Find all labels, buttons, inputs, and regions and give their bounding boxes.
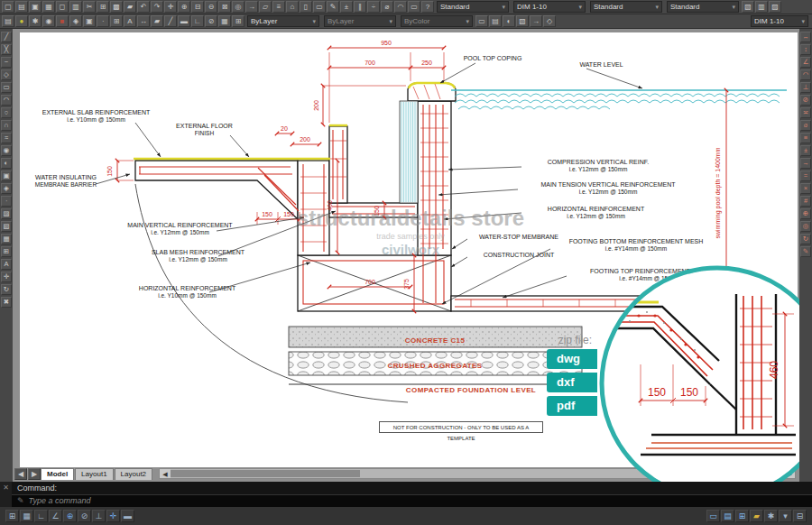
block-make-icon[interactable]: ◈	[1, 183, 12, 194]
dim-tolerance-icon[interactable]: #	[800, 196, 811, 207]
circle-icon[interactable]: ○	[1, 107, 12, 118]
help-icon[interactable]: ?	[421, 1, 434, 13]
rectangle-icon[interactable]: ▭	[1, 82, 12, 93]
command-window[interactable]: ✕ Command: ✎ Type a command	[0, 482, 812, 507]
clean-screen-icon[interactable]: ⊟	[793, 510, 807, 522]
dim-style-dropdown[interactable]: DIM 1-10 ▾	[513, 1, 586, 13]
draw-line-icon[interactable]: ╱	[1, 32, 12, 42]
construction-line-icon[interactable]: ╳	[1, 44, 12, 55]
zoom-previous-icon[interactable]: ⊖	[205, 1, 217, 13]
dim-update-icon[interactable]: ↻	[800, 234, 811, 244]
table-style-dropdown[interactable]: Standard ▾	[590, 1, 662, 13]
dim-radius-icon[interactable]: ⊘	[800, 95, 811, 106]
zoom-realtime-icon[interactable]: ⊕	[178, 1, 190, 13]
zoom-extents-icon[interactable]: ⊠	[218, 1, 231, 13]
dim-style-dropdown-right[interactable]: DIM 1-10 ▾	[751, 15, 808, 27]
plot-preview-icon[interactable]: ◻	[56, 1, 69, 13]
snap-toggle-icon[interactable]: ⊞	[232, 15, 245, 27]
sheet-view-icon[interactable]: ▤	[489, 15, 502, 27]
zoom-window-icon[interactable]: ⊟	[191, 1, 204, 13]
annotation-visibility-icon[interactable]: ▰	[750, 510, 763, 522]
layer-color-chip-icon[interactable]: ■	[56, 15, 69, 27]
cut-icon[interactable]: ✂	[83, 1, 96, 13]
pan-icon[interactable]: ✛	[164, 1, 177, 13]
pdf-badge[interactable]: pdf	[547, 396, 597, 416]
divide-icon[interactable]: ÷	[367, 1, 380, 13]
grid-toggle-icon[interactable]: ▦	[218, 15, 231, 27]
layer-previous-icon[interactable]: ▨	[769, 1, 781, 13]
markup-set-icon[interactable]: ✎	[327, 1, 339, 13]
table-draw-icon[interactable]: ⊞	[1, 246, 12, 257]
block-insert-icon[interactable]: ▣	[1, 170, 12, 181]
text-style-dropdown[interactable]: Standard ▾	[437, 1, 509, 13]
command-close-icon[interactable]: ✕	[0, 482, 12, 507]
motion-path-icon[interactable]: →	[530, 15, 542, 27]
dim-space-icon[interactable]: =	[800, 170, 811, 181]
properties-toggle-icon[interactable]: ▭	[475, 15, 488, 27]
ellipse-icon[interactable]: ◉	[1, 145, 12, 156]
model-space-icon[interactable]: ▭	[706, 510, 720, 522]
linetype-dropdown[interactable]: ByLayer ▾	[324, 15, 396, 27]
polygon-icon[interactable]: ◇	[1, 69, 12, 80]
open-file-icon[interactable]: ▤	[15, 1, 28, 13]
designcenter-icon[interactable]: ⌂	[286, 1, 299, 13]
scroll-left-icon[interactable]: ◀	[160, 469, 171, 478]
ortho-mode-icon[interactable]: ∟	[34, 510, 48, 522]
new-file-icon[interactable]: ▢	[2, 1, 14, 13]
move-icon[interactable]: ✛	[1, 272, 12, 282]
lineweight-icon[interactable]: ▬	[178, 15, 190, 27]
table-icon[interactable]: ⊞	[110, 15, 123, 27]
dxf-badge[interactable]: dxf	[547, 373, 597, 392]
dim-continue-icon[interactable]: →	[800, 158, 811, 169]
point-style-icon[interactable]: ∙	[97, 15, 109, 27]
mline-icon[interactable]: ∥	[354, 1, 366, 13]
tray-menu-icon[interactable]: ▾	[779, 510, 792, 522]
viewport-toggle-icon[interactable]: ⊞	[735, 510, 749, 522]
dim-jogged-icon[interactable]: ≍	[800, 107, 811, 118]
lineweight-display-icon[interactable]: ▬	[121, 510, 134, 522]
revcloud-icon[interactable]: ◠	[394, 1, 407, 13]
plot-icon[interactable]: ▦	[42, 1, 55, 13]
dim-center-mark-icon[interactable]: ⊕	[800, 208, 811, 219]
plot-style-dropdown[interactable]: ByColor ▾	[401, 15, 473, 27]
rotate-icon[interactable]: ↻	[1, 284, 12, 295]
render-icon[interactable]: ◐	[503, 15, 515, 27]
layer-list-icon[interactable]: ▧	[742, 1, 754, 13]
dim-quick-icon[interactable]: ≡	[800, 133, 811, 143]
layer-lock-icon[interactable]: ◉	[42, 15, 55, 27]
dim-ordinate-icon[interactable]: ⊥	[800, 82, 811, 93]
make-block-icon[interactable]: ◈	[69, 15, 82, 27]
dwg-badge[interactable]: dwg	[547, 349, 597, 369]
command-input[interactable]: ✎ Type a command	[12, 494, 812, 507]
layer-visibility-icon[interactable]: ●	[15, 15, 28, 27]
dim-angular-icon[interactable]: ∠	[800, 57, 811, 68]
orbit-icon[interactable]: ◎	[232, 1, 245, 13]
dim-inspect-icon[interactable]: ◎	[800, 221, 811, 232]
layers-dialog-icon[interactable]: ▤	[2, 15, 14, 27]
save-file-icon[interactable]: ▣	[29, 1, 42, 13]
tab-model[interactable]: Model	[41, 468, 74, 480]
redo-icon[interactable]: ↷	[151, 1, 163, 13]
layer-states-icon[interactable]: ▥	[755, 1, 768, 13]
tool-palettes-icon[interactable]: ▯	[300, 1, 312, 13]
object-snap-icon[interactable]: ⊘	[205, 15, 217, 27]
copy-clip-icon[interactable]: ⊞	[97, 1, 109, 13]
spline-icon[interactable]: ≈	[1, 133, 12, 143]
ellipse-arc-icon[interactable]: ◐	[1, 158, 12, 169]
grid-display-icon[interactable]: ▦	[20, 510, 33, 522]
dim-aligned-icon[interactable]: ↕	[800, 44, 811, 55]
polyline-icon[interactable]: ~	[1, 57, 12, 68]
point-icon[interactable]: ∙	[1, 196, 12, 207]
osnap-icon[interactable]: ⊕	[63, 510, 77, 522]
tab-scroll-right-icon[interactable]: ▶	[28, 468, 41, 480]
plot-style-icon[interactable]: ▰	[151, 15, 163, 27]
snap-mode-icon[interactable]: ⊞	[5, 510, 19, 522]
otrack-icon[interactable]: ⊘	[78, 510, 91, 522]
area-icon[interactable]: ▱	[259, 1, 272, 13]
publish-icon[interactable]: ▥	[69, 1, 82, 13]
scrollbar-thumb[interactable]	[171, 470, 360, 477]
dynamic-input-icon[interactable]: ✛	[106, 510, 120, 522]
polar-tracking-icon[interactable]: ∠	[49, 510, 62, 522]
materials-icon[interactable]: ▧	[516, 15, 529, 27]
dim-break-icon[interactable]: ×	[800, 183, 811, 194]
